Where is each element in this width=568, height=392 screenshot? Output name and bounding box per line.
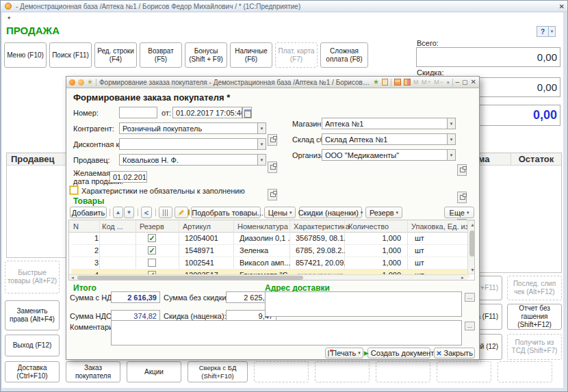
seller-open-icon[interactable] bbox=[268, 189, 277, 200]
more-menu-button[interactable]: Еще ▾ bbox=[444, 207, 474, 218]
reserve-checkbox[interactable]: ✓ bbox=[148, 246, 156, 254]
more-dropdown-icon: ▾ bbox=[467, 210, 469, 215]
col-qty[interactable]: Количество bbox=[348, 222, 389, 231]
pick-goods-button[interactable]: Подобрать товары... bbox=[191, 207, 261, 218]
help-icon[interactable]: ? bbox=[537, 26, 549, 37]
favorites-star-icon[interactable]: ★ bbox=[87, 79, 93, 86]
cell-article: 1548971 bbox=[185, 246, 214, 254]
complex-payment-button[interactable]: Сложная оплата (F8) bbox=[320, 42, 368, 68]
menu-button[interactable]: Меню (F10) bbox=[4, 42, 47, 68]
address-textarea[interactable] bbox=[265, 291, 462, 317]
scroll-right-icon[interactable]: ► bbox=[461, 276, 465, 280]
page-icon[interactable] bbox=[382, 79, 388, 86]
magic-wand-icon[interactable] bbox=[175, 207, 188, 218]
create-document-button[interactable]: ▶ Создать документ bbox=[367, 348, 430, 358]
return-button[interactable]: Возврат (F5) bbox=[140, 42, 182, 68]
cell-n: 1 bbox=[86, 234, 99, 242]
nav-icon[interactable] bbox=[78, 79, 84, 86]
prices-menu-button[interactable]: Цены ▾ bbox=[264, 207, 296, 218]
promotions-button[interactable]: Акции bbox=[127, 361, 181, 382]
counterparty-dropdown-icon[interactable]: ▾ bbox=[257, 122, 266, 134]
desired-date-input[interactable]: 01.02.2017 bbox=[109, 171, 147, 183]
goods-row-1[interactable]: 1 ✓ 12054001 Диазолин 0,1 ... 3567859, 0… bbox=[71, 233, 469, 245]
scroll-left-icon[interactable]: ◄ bbox=[70, 276, 75, 280]
counterparty-input[interactable]: Розничный покупатель bbox=[119, 122, 258, 134]
reserve-checkbox[interactable] bbox=[148, 259, 156, 267]
main-close-icon[interactable]: ✕ bbox=[559, 3, 565, 10]
organization-dropdown-icon[interactable]: ▾ bbox=[447, 149, 456, 161]
discounts-label: Скидки (наценки) bbox=[298, 209, 359, 217]
store-input[interactable]: Аптека №1 bbox=[322, 118, 448, 129]
chevron-down-icon[interactable]: ▾ bbox=[447, 80, 450, 85]
store-open-icon[interactable] bbox=[457, 164, 467, 176]
organization-input[interactable]: ООО "Медикаменты" bbox=[322, 149, 448, 161]
wand-glyph bbox=[179, 210, 184, 215]
col-article[interactable]: Артикул bbox=[183, 222, 211, 231]
edit-row-button[interactable]: Ред. строки (F4) bbox=[94, 42, 137, 68]
col-unit[interactable]: Упаковка, Ед. изм. bbox=[411, 222, 475, 231]
seller-dropdown-icon[interactable]: ▾ bbox=[257, 154, 266, 166]
dialog-maximize-icon[interactable]: ▢ bbox=[462, 79, 468, 86]
help-button[interactable]: ? ▾ bbox=[537, 26, 556, 37]
goods-vscrollbar[interactable]: ▲ ▼ bbox=[467, 220, 475, 274]
col-nomenclature[interactable]: Номенклатура bbox=[237, 222, 288, 231]
delivery-button[interactable]: Доставка (Ctrl+F10) bbox=[5, 361, 60, 382]
memory-buttons[interactable]: М М+ М− bbox=[413, 79, 444, 86]
goods-hscrollbar[interactable]: ◄ ► bbox=[69, 274, 467, 280]
number-input[interactable] bbox=[119, 107, 157, 118]
table-icon-2[interactable] bbox=[404, 79, 411, 86]
cell-characteristic: 857421, 20.09... bbox=[296, 259, 345, 267]
discount-card-open-icon[interactable] bbox=[268, 161, 277, 173]
reserve-checkbox[interactable]: ✓ bbox=[148, 234, 156, 242]
address-ellipsis-button[interactable]: ... bbox=[465, 293, 475, 302]
characteristics-checkbox[interactable] bbox=[70, 186, 78, 194]
scroll-down-icon[interactable]: ▼ bbox=[470, 267, 475, 272]
scroll-up-icon[interactable]: ▲ bbox=[470, 222, 475, 227]
x-report-button[interactable]: Отчет без гашения (Shift+F12) bbox=[507, 304, 562, 330]
order-datetime-input[interactable]: 01.02.2017 17:05:46 bbox=[172, 107, 242, 118]
barcode-scan-icon[interactable] bbox=[159, 207, 172, 218]
counterparty-open-icon[interactable] bbox=[268, 134, 277, 146]
store-dropdown-icon[interactable]: ▾ bbox=[447, 118, 456, 129]
comment-ellipsis-button[interactable]: ... bbox=[465, 322, 475, 330]
col-code[interactable]: Код ... bbox=[102, 222, 123, 231]
add-favorite-icon[interactable]: ★ bbox=[373, 79, 379, 86]
cell-characteristic: 3567859, 08.1... bbox=[296, 234, 345, 242]
goods-row-2[interactable]: 2 ✓ 1548971 Зеленка 6785, 29.08.2... 1,0… bbox=[71, 245, 469, 257]
table-icon-1[interactable] bbox=[394, 79, 401, 86]
customer-order-button[interactable]: Заказ покупателя bbox=[66, 361, 120, 382]
dialog-close-icon[interactable]: ✕ bbox=[471, 79, 476, 86]
close-dialog-button[interactable]: ✕ Закрыть bbox=[434, 348, 475, 358]
vscroll-thumb[interactable] bbox=[469, 231, 475, 257]
change-rights-button[interactable]: Заменить права (Alt+F4) bbox=[5, 300, 60, 330]
goods-row-3[interactable]: 3 1002541 Викасол амп.... 857421, 20.09.… bbox=[71, 257, 469, 270]
dialog-minimize-icon[interactable]: – bbox=[456, 79, 460, 86]
hscroll-thumb[interactable] bbox=[77, 276, 303, 280]
cash-button[interactable]: Наличные (F6) bbox=[230, 42, 272, 68]
db-check-button[interactable]: Сверка с БД (Shift+F10) bbox=[188, 361, 248, 382]
structure-icon[interactable]: < bbox=[141, 207, 152, 218]
col-characteristic[interactable]: Характеристика bbox=[294, 222, 350, 231]
discounts-menu-button[interactable]: Скидки (наценки) ▾ bbox=[299, 207, 362, 218]
reserve-menu-button[interactable]: Резерв ▾ bbox=[365, 207, 402, 218]
discount-card-dropdown-icon[interactable]: ▾ bbox=[257, 138, 266, 150]
exit-button[interactable]: Выход (F12) bbox=[5, 335, 60, 356]
bonuses-button[interactable]: Бонусы (Shift + F9) bbox=[185, 42, 227, 68]
warehouse-input[interactable]: Склад Аптека №1 bbox=[322, 133, 448, 145]
col-reserve[interactable]: Резерв bbox=[140, 222, 164, 231]
seller-input[interactable]: Ковальков Н. Ф. bbox=[119, 154, 258, 166]
search-button[interactable]: Поиск (F11) bbox=[49, 42, 92, 68]
print-button[interactable]: Печать ▾ bbox=[325, 348, 363, 358]
comment-textarea[interactable] bbox=[111, 320, 462, 345]
add-row-button[interactable]: Добавить bbox=[70, 207, 107, 218]
move-down-icon[interactable]: ▼ bbox=[124, 207, 134, 218]
cell-qty: 1,000 bbox=[350, 246, 401, 254]
warehouse-dropdown-icon[interactable]: ▾ bbox=[447, 133, 456, 145]
help-dropdown-icon[interactable]: ▾ bbox=[549, 26, 556, 37]
calendar-icon[interactable] bbox=[242, 107, 252, 118]
divider bbox=[452, 79, 453, 86]
discount-card-input[interactable] bbox=[119, 138, 258, 150]
col-n[interactable]: N bbox=[73, 222, 79, 231]
move-up-icon[interactable]: ▲ bbox=[113, 207, 123, 218]
warehouse-open-icon[interactable] bbox=[457, 192, 467, 203]
